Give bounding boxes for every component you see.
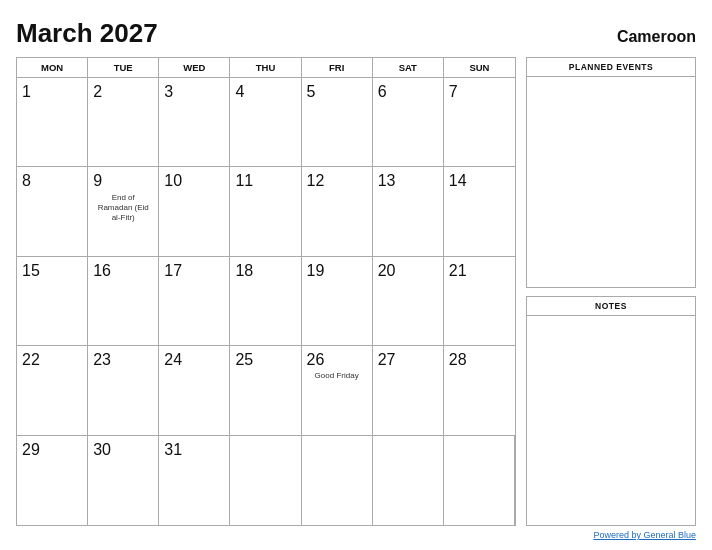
day-number: 1: [22, 82, 31, 101]
day-cell: 5: [302, 78, 373, 167]
day-headers: MONTUEWEDTHUFRISATSUN: [17, 58, 515, 78]
day-number: 6: [378, 82, 387, 101]
day-number: 15: [22, 261, 40, 280]
day-cell: 15: [17, 257, 88, 346]
day-header: SUN: [444, 58, 515, 77]
day-number: 31: [164, 440, 182, 459]
empty-cell: [302, 436, 373, 525]
day-cell: 2: [88, 78, 159, 167]
day-number: 21: [449, 261, 467, 280]
day-number: 8: [22, 171, 31, 190]
empty-cell: [444, 436, 515, 525]
day-cell: 20: [373, 257, 444, 346]
day-number: 19: [307, 261, 325, 280]
day-cell: 29: [17, 436, 88, 525]
day-cell: 18: [230, 257, 301, 346]
day-cell: 7: [444, 78, 515, 167]
planned-events-content: [527, 77, 695, 287]
day-header: SAT: [373, 58, 444, 77]
day-number: 5: [307, 82, 316, 101]
day-cell: 12: [302, 167, 373, 256]
day-cell: 10: [159, 167, 230, 256]
day-number: 9: [93, 171, 102, 190]
footer: Powered by General Blue: [16, 530, 696, 540]
country-title: Cameroon: [617, 28, 696, 46]
day-number: 30: [93, 440, 111, 459]
day-number: 12: [307, 171, 325, 190]
day-cell: 19: [302, 257, 373, 346]
month-title: March 2027: [16, 18, 158, 49]
day-cell: 16: [88, 257, 159, 346]
planned-events-title: PLANNED EVENTS: [527, 58, 695, 77]
day-number: 3: [164, 82, 173, 101]
day-cell: 26Good Friday: [302, 346, 373, 435]
day-cell: 22: [17, 346, 88, 435]
calendar: MONTUEWEDTHUFRISATSUN 123456789End of Ra…: [16, 57, 516, 526]
day-number: 28: [449, 350, 467, 369]
day-header: THU: [230, 58, 301, 77]
day-cell: 6: [373, 78, 444, 167]
day-number: 22: [22, 350, 40, 369]
notes-content: [527, 316, 695, 526]
day-cell: 25: [230, 346, 301, 435]
day-number: 18: [235, 261, 253, 280]
day-number: 26: [307, 350, 325, 369]
day-cell: 4: [230, 78, 301, 167]
day-cell: 31: [159, 436, 230, 525]
day-number: 24: [164, 350, 182, 369]
day-number: 25: [235, 350, 253, 369]
event-label: End of Ramadan (Eid al-Fitr): [93, 193, 153, 224]
day-number: 11: [235, 171, 253, 190]
empty-cell: [373, 436, 444, 525]
day-cell: 13: [373, 167, 444, 256]
day-number: 20: [378, 261, 396, 280]
calendar-grid: 123456789End of Ramadan (Eid al-Fitr)101…: [17, 78, 515, 525]
day-cell: 1: [17, 78, 88, 167]
day-cell: 11: [230, 167, 301, 256]
day-header: WED: [159, 58, 230, 77]
notes-title: NOTES: [527, 297, 695, 316]
day-header: FRI: [302, 58, 373, 77]
event-label: Good Friday: [307, 371, 367, 381]
day-number: 29: [22, 440, 40, 459]
day-cell: 28: [444, 346, 515, 435]
day-number: 4: [235, 82, 244, 101]
header: March 2027 Cameroon: [16, 18, 696, 49]
day-number: 2: [93, 82, 102, 101]
day-cell: 17: [159, 257, 230, 346]
day-cell: 14: [444, 167, 515, 256]
day-header: MON: [17, 58, 88, 77]
page: March 2027 Cameroon MONTUEWEDTHUFRISATSU…: [0, 0, 712, 550]
day-cell: 21: [444, 257, 515, 346]
day-cell: 8: [17, 167, 88, 256]
day-cell: 27: [373, 346, 444, 435]
day-cell: 30: [88, 436, 159, 525]
day-number: 17: [164, 261, 182, 280]
day-cell: 9End of Ramadan (Eid al-Fitr): [88, 167, 159, 256]
planned-events-box: PLANNED EVENTS: [526, 57, 696, 288]
day-number: 14: [449, 171, 467, 190]
day-number: 16: [93, 261, 111, 280]
powered-by-link[interactable]: Powered by General Blue: [593, 530, 696, 540]
day-number: 27: [378, 350, 396, 369]
day-cell: 3: [159, 78, 230, 167]
day-number: 10: [164, 171, 182, 190]
notes-box: NOTES: [526, 296, 696, 527]
content: MONTUEWEDTHUFRISATSUN 123456789End of Ra…: [16, 57, 696, 526]
day-number: 23: [93, 350, 111, 369]
sidebar: PLANNED EVENTS NOTES: [526, 57, 696, 526]
day-number: 13: [378, 171, 396, 190]
day-header: TUE: [88, 58, 159, 77]
empty-cell: [230, 436, 301, 525]
day-cell: 24: [159, 346, 230, 435]
day-number: 7: [449, 82, 458, 101]
day-cell: 23: [88, 346, 159, 435]
